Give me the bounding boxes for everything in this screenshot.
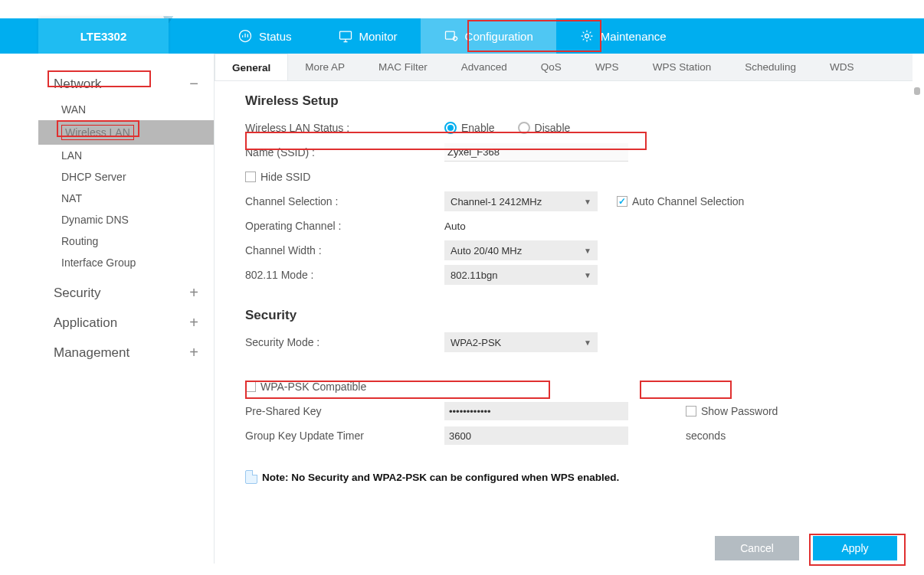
footer-buttons: Cancel Apply xyxy=(215,529,913,567)
subtab-general[interactable]: General xyxy=(215,54,288,80)
wpa-psk-compatible-checkbox[interactable]: WPA-PSK Compatible xyxy=(245,381,366,393)
gear-icon xyxy=(579,28,595,44)
nav-monitor[interactable]: Monitor xyxy=(315,18,421,54)
nav-monitor-label: Monitor xyxy=(359,30,398,43)
status-icon xyxy=(238,28,253,44)
expand-icon: + xyxy=(189,284,198,302)
apply-button[interactable]: Apply xyxy=(813,536,897,560)
wireless-setup-heading: Wireless Setup xyxy=(245,93,882,109)
subtab-more-ap[interactable]: More AP xyxy=(288,54,362,80)
sidebar: Network − WAN Wireless LAN LAN DHCP Serv… xyxy=(38,54,215,564)
ssid-label: Name (SSID) : xyxy=(245,146,444,158)
expand-icon: + xyxy=(189,314,198,332)
nav-status-label: Status xyxy=(259,30,292,43)
nav-maintenance-label: Maintenance xyxy=(601,30,667,43)
operating-channel-value: Auto xyxy=(444,221,466,232)
sidebar-section-label: Application xyxy=(54,315,117,331)
chevron-down-icon: ▼ xyxy=(584,198,591,206)
content-panel: Wireless Setup Wireless LAN Status : Ena… xyxy=(215,81,913,529)
svg-rect-1 xyxy=(339,31,351,39)
operating-channel-label: Operating Channel : xyxy=(245,220,444,232)
wireless-status-label: Wireless LAN Status : xyxy=(245,122,444,134)
nav-configuration-label: Configuration xyxy=(465,30,533,43)
sidebar-section-network[interactable]: Network − xyxy=(38,69,214,99)
psk-label: Pre-Shared Key xyxy=(245,405,444,417)
sidebar-item-wireless-lan[interactable]: Wireless LAN xyxy=(38,120,214,145)
sidebar-section-label: Security xyxy=(54,286,100,301)
psk-input[interactable]: •••••••••••• xyxy=(444,402,628,420)
configuration-icon xyxy=(444,28,459,44)
radio-enable[interactable]: Enable xyxy=(444,122,495,134)
mode-label: 802.11 Mode : xyxy=(245,269,444,281)
note-text: Note: No Security and WPA2-PSK can be co… xyxy=(262,472,619,483)
gkut-input[interactable]: 3600 xyxy=(444,426,628,445)
subtab-bar: General More AP MAC Filter Advanced QoS … xyxy=(215,54,913,81)
cancel-button[interactable]: Cancel xyxy=(715,536,799,560)
expand-icon: + xyxy=(189,344,198,361)
auto-channel-checkbox[interactable]: Auto Channel Selection xyxy=(617,195,744,207)
sidebar-item-routing[interactable]: Routing xyxy=(38,230,214,252)
info-note: Note: No Security and WPA2-PSK can be co… xyxy=(245,470,882,484)
sidebar-item-lan[interactable]: LAN xyxy=(38,145,214,166)
sidebar-section-security[interactable]: Security + xyxy=(38,278,214,308)
sidebar-item-interface-group[interactable]: Interface Group xyxy=(38,252,214,273)
svg-point-4 xyxy=(585,34,588,38)
subtab-wps[interactable]: WPS xyxy=(578,54,636,80)
ssid-input[interactable] xyxy=(444,143,628,162)
top-bar: LTE3302 Status Monitor Configuration xyxy=(0,0,924,54)
nav-configuration[interactable]: Configuration xyxy=(421,18,556,54)
channel-width-label: Channel Width : xyxy=(245,244,444,256)
hide-ssid-checkbox[interactable]: Hide SSID xyxy=(245,171,310,183)
show-password-checkbox[interactable]: Show Password xyxy=(686,405,778,417)
device-name: LTE3302 xyxy=(80,30,127,43)
monitor-icon xyxy=(338,28,353,44)
collapse-icon: − xyxy=(189,75,198,93)
sidebar-network-items: WAN Wireless LAN LAN DHCP Server NAT Dyn… xyxy=(38,99,214,278)
security-mode-label: Security Mode : xyxy=(245,336,444,348)
mode-select[interactable]: 802.11bgn ▼ xyxy=(444,265,598,285)
sidebar-item-wan[interactable]: WAN xyxy=(38,99,214,120)
sidebar-section-application[interactable]: Application + xyxy=(38,308,214,338)
subtab-scheduling[interactable]: Scheduling xyxy=(728,54,813,80)
subtab-wps-station[interactable]: WPS Station xyxy=(636,54,729,80)
scrollbar-thumb[interactable] xyxy=(914,87,920,95)
chevron-down-icon: ▼ xyxy=(584,271,591,279)
chevron-down-icon: ▼ xyxy=(584,247,591,255)
sidebar-item-dynamic-dns[interactable]: Dynamic DNS xyxy=(38,209,214,230)
sidebar-item-dhcp-server[interactable]: DHCP Server xyxy=(38,166,214,188)
subtab-wds[interactable]: WDS xyxy=(813,54,871,80)
sidebar-section-label: Network xyxy=(54,77,101,92)
security-heading: Security xyxy=(245,308,882,323)
svg-point-3 xyxy=(453,37,457,41)
nav-maintenance[interactable]: Maintenance xyxy=(556,18,690,54)
main-nav: Status Monitor Configuration Maintenance xyxy=(215,18,690,54)
subtab-qos[interactable]: QoS xyxy=(524,54,578,80)
note-icon xyxy=(245,470,257,484)
channel-selection-label: Channel Selection : xyxy=(245,195,444,207)
chevron-down-icon: ▼ xyxy=(584,338,591,347)
sidebar-item-nat[interactable]: NAT xyxy=(38,188,214,209)
channel-width-select[interactable]: Auto 20/40 MHz ▼ xyxy=(444,240,598,260)
subtab-advanced[interactable]: Advanced xyxy=(444,54,524,80)
gkut-unit: seconds xyxy=(686,430,726,442)
radio-disable[interactable]: Disable xyxy=(518,122,571,134)
subtab-mac-filter[interactable]: MAC Filter xyxy=(362,54,444,80)
sidebar-section-label: Management xyxy=(54,345,129,361)
sidebar-section-management[interactable]: Management + xyxy=(38,338,214,368)
security-mode-select[interactable]: WPA2-PSK ▼ xyxy=(444,332,598,352)
device-tab: LTE3302 xyxy=(38,18,169,54)
gkut-label: Group Key Update Timer xyxy=(245,430,444,442)
nav-status[interactable]: Status xyxy=(215,18,315,54)
channel-selection-select[interactable]: Channel-1 2412MHz ▼ xyxy=(444,191,598,211)
